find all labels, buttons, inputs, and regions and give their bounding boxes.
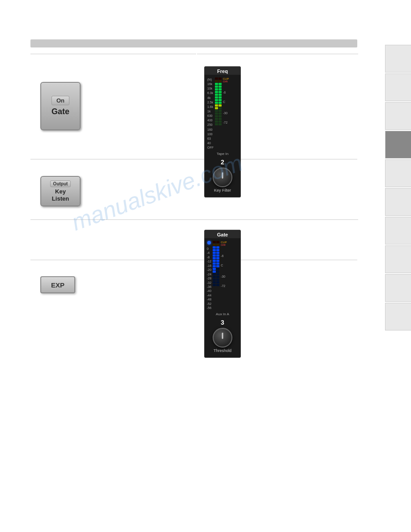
sidebar-tab-2[interactable] xyxy=(385,73,411,101)
key-filter-panel: Freq (hi) 16k 10k 6.3k 4k 2.5k 1.6k 1k 6… xyxy=(204,66,241,197)
threshold-knob-number: 3 xyxy=(221,319,224,326)
gate-activity-led xyxy=(207,241,211,245)
top-bar xyxy=(30,39,357,47)
sidebar-tab-5[interactable] xyxy=(385,159,411,187)
listen-label: Listen xyxy=(52,195,69,202)
right-divider-bottom xyxy=(197,219,358,220)
key-filter-knob-number: 2 xyxy=(221,159,224,166)
key-label: Key xyxy=(55,188,66,195)
sidebar-tab-1[interactable] xyxy=(385,45,411,73)
sidebar xyxy=(385,45,411,331)
sidebar-tab-4-active[interactable] xyxy=(385,131,411,159)
sidebar-tab-9[interactable] xyxy=(385,274,411,302)
exp-label: EXP xyxy=(51,281,64,289)
sidebar-tab-10[interactable] xyxy=(385,303,411,330)
sidebar-tab-8[interactable] xyxy=(385,245,411,273)
sidebar-tab-3[interactable] xyxy=(385,102,411,130)
aux-in-label: Aux In A xyxy=(205,311,240,317)
key-filter-knob[interactable] xyxy=(213,167,232,187)
freq-labels: (hi) 16k 10k 6.3k 4k 2.5k 1.6k 1k 630 40… xyxy=(206,77,214,150)
on-gate-button[interactable]: On Gate xyxy=(40,82,81,130)
threshold-knob-container: 3 Threshold xyxy=(205,317,240,354)
gate-meter-left xyxy=(213,241,216,286)
gate-label: Gate xyxy=(51,107,69,116)
right-divider-top xyxy=(197,54,358,54)
sidebar-tab-7[interactable] xyxy=(385,217,411,245)
key-filter-knob-label: Key Filter xyxy=(214,188,231,193)
key-listen-button[interactable]: Output Key Listen xyxy=(40,176,81,206)
kf-meter-right xyxy=(218,77,222,125)
tape-in-label: Tape In xyxy=(205,151,240,157)
gate-freq-labels: 0 -4 -8 -12 -16 -20 -24 -28 -32 -36 -40 … xyxy=(206,246,211,310)
exp-button[interactable]: EXP xyxy=(40,276,75,293)
gate-panel-title: Gate xyxy=(205,230,240,238)
threshold-knob-label: Threshold xyxy=(214,348,231,353)
full-divider-3 xyxy=(30,260,357,260)
full-divider-1 xyxy=(30,159,357,159)
gate-meter-right xyxy=(216,241,219,286)
gate-panel: Gate 0 -4 -8 -12 -16 -20 -24 -28 -32 -36… xyxy=(204,230,241,358)
output-label: Output xyxy=(50,180,71,187)
sidebar-tab-6[interactable] xyxy=(385,188,411,216)
on-label: On xyxy=(51,96,69,105)
kf-meter-left xyxy=(215,77,218,125)
left-divider-top xyxy=(30,54,196,54)
key-filter-knob-container: 2 Key Filter xyxy=(205,157,240,193)
key-filter-title: Freq xyxy=(205,67,240,75)
threshold-knob[interactable] xyxy=(213,328,232,348)
